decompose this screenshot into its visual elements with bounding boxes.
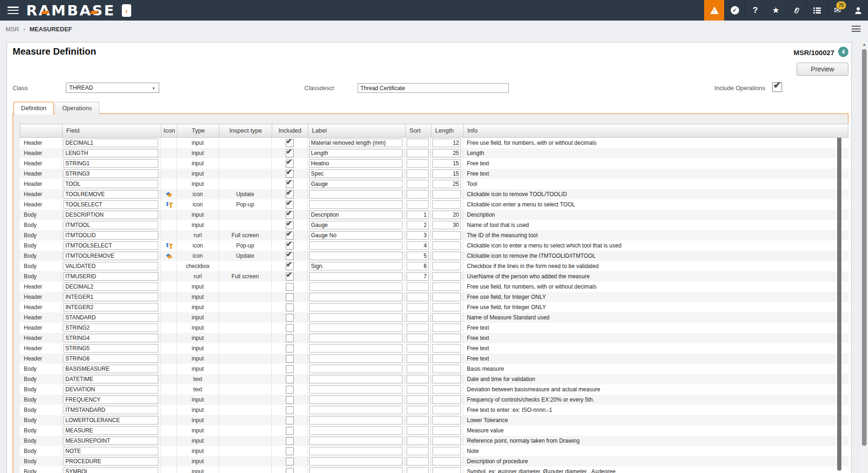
length-input[interactable]: [432, 282, 461, 291]
label-input[interactable]: [309, 272, 402, 281]
length-input[interactable]: [432, 334, 461, 342]
field-input[interactable]: [64, 437, 158, 445]
field-input[interactable]: [64, 159, 158, 168]
length-input[interactable]: [432, 447, 461, 455]
length-input[interactable]: [432, 200, 461, 209]
field-input[interactable]: [64, 241, 158, 250]
length-input[interactable]: [432, 375, 461, 383]
label-input[interactable]: [309, 313, 402, 322]
included-checkbox[interactable]: [286, 458, 294, 466]
sort-input[interactable]: [407, 354, 429, 363]
field-input[interactable]: [64, 313, 158, 322]
field-input[interactable]: [64, 293, 158, 301]
field-input[interactable]: [64, 416, 158, 424]
length-input[interactable]: [432, 324, 461, 332]
field-input[interactable]: [64, 231, 158, 240]
class-select[interactable]: THREAD ▼: [66, 83, 159, 93]
included-checkbox[interactable]: [286, 221, 294, 229]
label-input[interactable]: [309, 180, 402, 188]
sort-input[interactable]: [407, 303, 429, 311]
favorite-star-icon[interactable]: ★: [765, 0, 786, 21]
label-input[interactable]: [309, 375, 402, 383]
length-input[interactable]: [432, 169, 461, 178]
included-checkbox[interactable]: [286, 283, 294, 291]
included-checkbox[interactable]: [286, 396, 294, 404]
length-input[interactable]: [432, 395, 461, 404]
label-input[interactable]: [309, 437, 402, 445]
sort-input[interactable]: [407, 241, 429, 250]
sort-input[interactable]: [407, 365, 429, 373]
field-input[interactable]: [64, 467, 158, 473]
field-input[interactable]: [64, 180, 158, 188]
field-input[interactable]: [64, 324, 158, 332]
select-tool-icon[interactable]: [161, 199, 177, 210]
field-input[interactable]: [64, 272, 158, 281]
label-input[interactable]: [309, 457, 402, 466]
sort-input[interactable]: [407, 344, 429, 353]
sort-input[interactable]: [407, 395, 429, 404]
scroll-up-icon[interactable]: ▲: [861, 41, 868, 48]
field-input[interactable]: [64, 282, 158, 291]
included-checkbox[interactable]: [286, 427, 294, 435]
length-input[interactable]: [432, 467, 461, 473]
field-input[interactable]: [64, 334, 158, 342]
label-input[interactable]: [309, 334, 402, 342]
length-input[interactable]: [432, 457, 461, 466]
sort-input[interactable]: [407, 211, 429, 219]
menu-icon[interactable]: [7, 7, 19, 14]
sort-input[interactable]: [407, 324, 429, 332]
length-input[interactable]: [432, 262, 461, 270]
breadcrumb-root[interactable]: MSR: [6, 26, 19, 33]
label-input[interactable]: [309, 344, 402, 353]
table-scrollbar-thumb[interactable]: [837, 132, 841, 471]
length-input[interactable]: [432, 159, 461, 168]
label-input[interactable]: [309, 211, 402, 219]
included-checkbox[interactable]: [286, 365, 294, 373]
length-input[interactable]: [432, 303, 461, 311]
sort-input[interactable]: [407, 447, 429, 455]
field-input[interactable]: [64, 200, 158, 209]
label-input[interactable]: [309, 252, 402, 260]
label-input[interactable]: [309, 365, 402, 373]
preview-button[interactable]: Preview: [797, 63, 848, 76]
label-input[interactable]: [309, 241, 402, 250]
included-checkbox[interactable]: [286, 180, 294, 188]
label-input[interactable]: [309, 426, 402, 435]
label-input[interactable]: [309, 221, 402, 229]
length-input[interactable]: [432, 437, 461, 445]
field-input[interactable]: [64, 303, 158, 311]
length-input[interactable]: [432, 190, 461, 198]
sort-input[interactable]: [407, 293, 429, 301]
included-checkbox[interactable]: [286, 149, 294, 157]
length-input[interactable]: [432, 313, 461, 322]
label-input[interactable]: [309, 231, 402, 240]
included-checkbox[interactable]: [286, 375, 294, 383]
length-input[interactable]: [432, 344, 461, 353]
included-checkbox[interactable]: [286, 232, 294, 240]
included-checkbox[interactable]: [286, 191, 294, 198]
included-checkbox[interactable]: [286, 273, 294, 281]
included-checkbox[interactable]: [286, 262, 294, 270]
label-input[interactable]: [309, 385, 402, 394]
field-input[interactable]: [64, 447, 158, 455]
expand-nav-button[interactable]: ›: [122, 4, 131, 17]
label-input[interactable]: [309, 293, 402, 301]
field-input[interactable]: [64, 395, 158, 404]
length-input[interactable]: [432, 385, 461, 394]
included-checkbox[interactable]: [286, 386, 294, 394]
field-input[interactable]: [64, 190, 158, 198]
included-checkbox[interactable]: [286, 211, 294, 219]
sort-input[interactable]: [407, 221, 429, 229]
field-input[interactable]: [64, 365, 158, 373]
sort-input[interactable]: [407, 252, 429, 260]
included-checkbox[interactable]: [286, 160, 294, 168]
included-checkbox[interactable]: [286, 417, 294, 424]
tab-definition[interactable]: Definition: [14, 102, 54, 114]
field-input[interactable]: [64, 211, 158, 219]
brush-tool-icon[interactable]: [161, 189, 177, 199]
field-input[interactable]: [64, 221, 158, 229]
length-input[interactable]: [432, 221, 461, 229]
brush-tool-icon[interactable]: [161, 251, 177, 261]
field-input[interactable]: [64, 139, 158, 147]
field-input[interactable]: [64, 149, 158, 157]
